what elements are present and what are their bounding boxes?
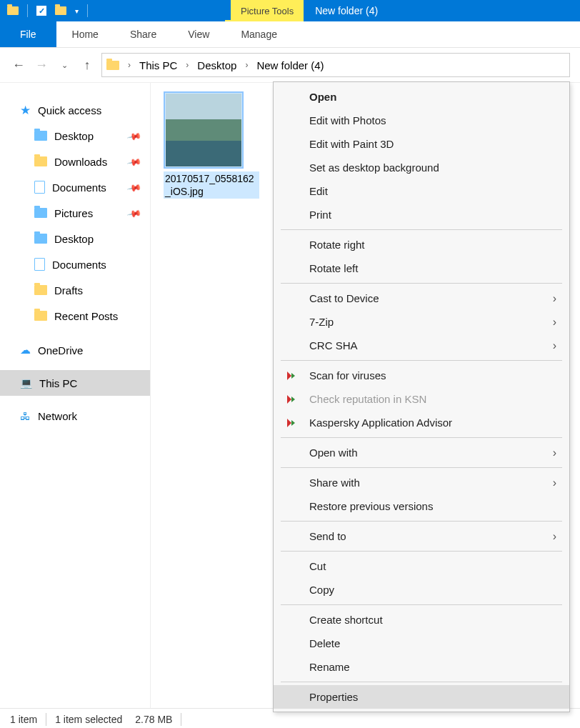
menu-item-cast-to-device[interactable]: Cast to Device› bbox=[274, 286, 569, 310]
nav-up-button[interactable]: ↑ bbox=[79, 56, 96, 74]
sidebar-this-pc[interactable]: 💻 This PC bbox=[0, 370, 150, 396]
menu-separator bbox=[281, 360, 562, 361]
cloud-icon: ☁ bbox=[20, 344, 31, 356]
sidebar-item-downloads[interactable]: Downloads 📌 bbox=[0, 149, 150, 174]
status-separator bbox=[181, 713, 181, 726]
quick-access-toolbar: ✓ ▾ bbox=[0, 4, 88, 17]
image-thumbnail bbox=[166, 94, 241, 166]
menu-item-label: Kaspersky Application Advisor bbox=[309, 417, 452, 429]
address-bar[interactable]: › This PC › Desktop › New folder (4) bbox=[101, 53, 570, 77]
sidebar-network[interactable]: 🖧 Network bbox=[0, 403, 150, 429]
menu-item-crc-sha[interactable]: CRC SHA› bbox=[274, 334, 569, 357]
tab-home[interactable]: Home bbox=[56, 21, 114, 47]
nav-history-dropdown-icon[interactable]: ⌄ bbox=[56, 56, 73, 74]
sidebar-onedrive[interactable]: ☁ OneDrive bbox=[0, 337, 150, 363]
pin-icon: 📌 bbox=[126, 154, 142, 169]
menu-item-edit[interactable]: Edit bbox=[274, 179, 569, 203]
sidebar-item-label: Documents bbox=[52, 181, 106, 194]
sidebar-item-label: Downloads bbox=[54, 156, 107, 168]
menu-item-set-desktop-background[interactable]: Set as desktop background bbox=[274, 156, 569, 179]
menu-item-label: Open with bbox=[309, 447, 358, 459]
chevron-right-icon[interactable]: › bbox=[125, 60, 134, 70]
status-separator bbox=[46, 713, 46, 726]
folder-icon bbox=[34, 285, 47, 295]
network-icon: 🖧 bbox=[20, 410, 31, 422]
folder-icon bbox=[34, 208, 47, 218]
menu-item-scan-for-viruses[interactable]: Scan for viruses bbox=[274, 364, 569, 387]
folder-icon bbox=[34, 311, 47, 321]
document-icon bbox=[34, 181, 45, 194]
menu-separator bbox=[281, 551, 562, 552]
sidebar-item-label: Documents bbox=[52, 259, 106, 271]
sidebar-item-recent-posts[interactable]: Recent Posts bbox=[0, 303, 150, 329]
qat-separator bbox=[87, 4, 88, 17]
sidebar-item-desktop[interactable]: Desktop 📌 bbox=[0, 123, 150, 149]
menu-item-copy[interactable]: Copy bbox=[274, 578, 569, 602]
title-bar: ✓ ▾ Picture Tools New folder (4) bbox=[0, 0, 580, 21]
menu-item-label: Check reputation in KSN bbox=[309, 393, 426, 405]
chevron-right-icon: › bbox=[553, 292, 556, 305]
file-name-label[interactable]: 20170517_0558162_iOS.jpg bbox=[164, 171, 259, 199]
folder-icon[interactable] bbox=[7, 6, 19, 15]
folder-icon bbox=[106, 61, 119, 70]
menu-item-open[interactable]: Open bbox=[274, 85, 569, 109]
chevron-right-icon: › bbox=[553, 447, 556, 459]
menu-item-edit-with-paint-3d[interactable]: Edit with Paint 3D bbox=[274, 132, 569, 156]
tab-manage[interactable]: Manage bbox=[225, 20, 293, 47]
kaspersky-icon bbox=[286, 394, 296, 404]
sidebar-item-label: Desktop bbox=[54, 130, 94, 142]
sidebar-item-documents-2[interactable]: Documents bbox=[0, 251, 150, 277]
sidebar-item-label: OneDrive bbox=[38, 344, 83, 356]
menu-item-kaspersky-advisor[interactable]: Kaspersky Application Advisor bbox=[274, 411, 569, 434]
menu-item-delete[interactable]: Delete bbox=[274, 632, 569, 655]
menu-separator bbox=[281, 521, 562, 522]
sidebar-item-desktop-2[interactable]: Desktop bbox=[0, 226, 150, 251]
sidebar-item-label: Desktop bbox=[54, 233, 94, 245]
menu-item-label: Cast to Device bbox=[309, 292, 379, 304]
qat-customize-icon[interactable]: ▾ bbox=[75, 7, 79, 15]
menu-item-print[interactable]: Print bbox=[274, 203, 569, 226]
menu-item-edit-with-photos[interactable]: Edit with Photos bbox=[274, 109, 569, 132]
tab-share[interactable]: Share bbox=[114, 21, 172, 47]
sidebar-item-documents[interactable]: Documents 📌 bbox=[0, 174, 150, 200]
sidebar-item-label: Network bbox=[38, 410, 77, 422]
sidebar-item-drafts[interactable]: Drafts bbox=[0, 277, 150, 303]
breadcrumb-this-pc[interactable]: This PC bbox=[138, 59, 179, 71]
breadcrumb-current[interactable]: New folder (4) bbox=[255, 59, 325, 71]
new-folder-qat-icon[interactable] bbox=[55, 6, 66, 15]
menu-item-7zip[interactable]: 7-Zip› bbox=[274, 310, 569, 334]
sidebar-quick-access[interactable]: ★ Quick access bbox=[0, 97, 150, 123]
chevron-right-icon: › bbox=[553, 530, 556, 543]
menu-item-cut[interactable]: Cut bbox=[274, 554, 569, 578]
tab-file[interactable]: File bbox=[0, 21, 56, 47]
kaspersky-icon bbox=[286, 371, 296, 381]
nav-forward-button[interactable]: → bbox=[33, 56, 50, 74]
menu-item-properties[interactable]: Properties bbox=[274, 685, 569, 709]
tab-view[interactable]: View bbox=[172, 21, 225, 47]
ribbon-tabs: File Home Share View Manage bbox=[0, 21, 580, 48]
menu-item-restore-previous-versions[interactable]: Restore previous versions bbox=[274, 494, 569, 518]
document-icon bbox=[34, 258, 45, 271]
chevron-right-icon[interactable]: › bbox=[183, 60, 191, 70]
menu-separator bbox=[281, 229, 562, 230]
navigation-pane: ★ Quick access Desktop 📌 Downloads 📌 Doc… bbox=[0, 83, 151, 708]
menu-item-rotate-left[interactable]: Rotate left bbox=[274, 256, 569, 280]
breadcrumb-desktop[interactable]: Desktop bbox=[196, 59, 238, 71]
folder-icon bbox=[34, 131, 47, 141]
sidebar-item-label: Drafts bbox=[54, 284, 83, 296]
navigation-row: ← → ⌄ ↑ › This PC › Desktop › New folder… bbox=[0, 48, 580, 83]
menu-item-rotate-right[interactable]: Rotate right bbox=[274, 233, 569, 256]
status-item-count: 1 item bbox=[10, 714, 37, 725]
sidebar-item-label: Quick access bbox=[38, 104, 101, 116]
file-item[interactable]: 20170517_0558162_iOS.jpg bbox=[164, 91, 244, 199]
chevron-right-icon[interactable]: › bbox=[242, 60, 251, 70]
sidebar-item-label: Recent Posts bbox=[54, 310, 118, 322]
nav-back-button[interactable]: ← bbox=[10, 56, 27, 74]
menu-item-create-shortcut[interactable]: Create shortcut bbox=[274, 608, 569, 632]
menu-item-open-with[interactable]: Open with› bbox=[274, 441, 569, 464]
sidebar-item-pictures[interactable]: Pictures 📌 bbox=[0, 200, 150, 226]
menu-item-rename[interactable]: Rename bbox=[274, 655, 569, 679]
properties-qat-icon[interactable]: ✓ bbox=[36, 6, 46, 16]
menu-item-share-with[interactable]: Share with› bbox=[274, 471, 569, 494]
menu-item-send-to[interactable]: Send to› bbox=[274, 524, 569, 548]
